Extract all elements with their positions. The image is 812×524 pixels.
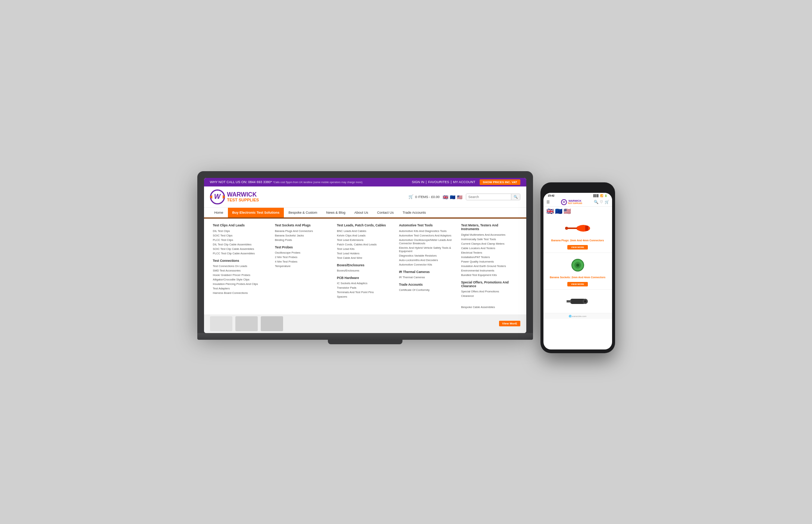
topbar-phone-note: *Calls cost 5ppm from UK landline (some …	[273, 181, 362, 183]
link-auto-locksmiths[interactable]: Auto-Locksmiths And Decoders	[399, 258, 455, 262]
link-installation-pat[interactable]: Installation/PAT Testers	[461, 255, 517, 259]
link-temperature[interactable]: Temperature	[275, 264, 331, 268]
link-test-connections-on-leads[interactable]: Test Connections On Leads	[213, 264, 269, 268]
link-soic-cable-assemblies[interactable]: SOIC Test Clip Cable Assemblies	[213, 247, 269, 251]
link-certificate-conformity[interactable]: Certificate Of Conformity	[399, 288, 455, 292]
view-more-button[interactable]: VIew MorE	[499, 321, 520, 326]
link-soic-test-clips[interactable]: SOIC Test Clips	[213, 234, 269, 237]
nav-about[interactable]: About Us	[350, 208, 373, 217]
link-transistor-pads[interactable]: Transistor Pads	[337, 286, 393, 289]
phone-view-more-2[interactable]: VIEW MORE	[567, 282, 588, 286]
wifi-icon: 📶	[600, 194, 603, 197]
link-kelvin-clips[interactable]: Kelvin Clips And Leads	[337, 234, 393, 237]
favourites-link[interactable]: FAVOURITES	[428, 180, 449, 184]
link-test-lead-kits[interactable]: Test Lead Kits	[337, 247, 393, 251]
link-banana-sockets[interactable]: Banana Sockets/ Jacks	[275, 234, 331, 237]
link-ic-sockets[interactable]: IC Sockets And Adaptics	[337, 282, 393, 285]
hamburger-icon[interactable]: ☰	[546, 200, 550, 204]
phone-product-1: Banana Plugs: 2mm And 4mm Connectors VIE…	[543, 216, 612, 253]
link-insulation-piercing[interactable]: Insulation Piercing Probes And Clips	[213, 282, 269, 286]
uk-flag[interactable]: 🇬🇧	[443, 195, 449, 199]
link-4mm-probes[interactable]: 4 Mm Test Probes	[275, 260, 331, 263]
link-smd-test-accessories[interactable]: SMD Test Accessories	[213, 269, 269, 272]
link-dil-cable-assemblies[interactable]: DIL Test Clip Cable Assemblies	[213, 243, 269, 246]
link-spacers[interactable]: Spacers	[337, 295, 393, 298]
link-intrinsically-safe[interactable]: Instrinsically Safe Test Tools	[461, 238, 517, 241]
link-hook-grabber[interactable]: Hook/ Grabber/ Pincer Probes	[213, 273, 269, 277]
link-auto-oscilloscope[interactable]: Automotive Oscilloscope/Meter Leads And …	[399, 238, 455, 245]
phone-uk-flag[interactable]: 🇬🇧	[546, 208, 554, 215]
nav-home[interactable]: Home	[210, 208, 228, 217]
link-patch-cords[interactable]: Patch Cords, Cables And Leads	[337, 243, 393, 246]
site-logo[interactable]: W WARWICK TEST SUPPLIES	[210, 189, 259, 204]
link-electrical-testers[interactable]: Electrical Testers	[461, 251, 517, 254]
teaser-item-2	[235, 316, 258, 331]
eu-flag[interactable]: 🇪🇺	[450, 195, 456, 199]
phone-eu-flag[interactable]: 🇪🇺	[555, 208, 562, 215]
my-account-link[interactable]: MY ACCOUNT	[453, 180, 476, 184]
link-auto-connector-kits[interactable]: Automotive Connector Kits	[399, 263, 455, 266]
link-insulation-earth[interactable]: Insulation And Earth Ground Testers	[461, 264, 517, 268]
link-dil-test-clips[interactable]: DIL Test Clips	[213, 229, 269, 233]
search-box[interactable]: 🔍	[466, 194, 520, 200]
link-boxes-enclosures[interactable]: Boxes/Enclosures	[337, 269, 393, 272]
phone-heart-icon[interactable]: ♡	[600, 200, 603, 204]
link-binding-posts[interactable]: Binding Posts	[275, 238, 331, 242]
phone-logo[interactable]: W WARWICK TEST SUPPLIES	[561, 199, 582, 205]
link-digital-multimeters[interactable]: Digital Multimeters And Accessories	[461, 233, 517, 236]
link-environmental[interactable]: Environmental Instruments	[461, 269, 517, 272]
phone-site-header: ☰ W WARWICK TEST SUPPLIES	[543, 198, 612, 207]
link-oscilloscope-probes[interactable]: Oscilloscope Probes	[275, 251, 331, 254]
section-trade-accounts: Trade Accounts	[399, 283, 455, 286]
phone-view-more-1[interactable]: VIEW MORE	[567, 245, 588, 250]
link-alligator-clips[interactable]: Alligator/Crocodile Style Clips	[213, 278, 269, 281]
banana-plug-svg	[563, 219, 593, 238]
link-2mm-probes[interactable]: 2 Mm Test Probes	[275, 255, 331, 259]
link-plcc-test-clips[interactable]: PLCC Test Clips	[213, 238, 269, 242]
phone-logo-text: WARWICK TEST SUPPLIES	[568, 200, 582, 204]
link-clearance[interactable]: Clearance	[461, 294, 517, 298]
sign-in-link[interactable]: SIGN IN	[412, 180, 424, 184]
phone-us-flag[interactable]: 🇺🇸	[564, 208, 571, 215]
link-bnc-leads[interactable]: BNC Leads And Cables	[337, 229, 393, 233]
nav-contact[interactable]: Contact Us	[373, 208, 398, 217]
phone-status-bar: 15:42 ▌▌▌ 📶 🔋	[543, 193, 612, 198]
nav-bespoke[interactable]: Bespoke & Custom	[284, 208, 322, 217]
phone-status-icons: ▌▌▌ 📶 🔋	[594, 194, 608, 197]
link-cable-locators[interactable]: Cable Locators And Testers	[461, 247, 517, 250]
phone-product-1-title: Banana Plugs: 2mm And 4mm Connectors	[546, 239, 609, 242]
link-current-clamps[interactable]: Current Clamps And Clamp Meters	[461, 242, 517, 245]
search-button[interactable]: 🔍	[511, 194, 520, 200]
link-diagnostics-resistors[interactable]: Diagnostics Variable Resistors	[399, 254, 455, 257]
cart-area[interactable]: 🛒 0 ITEMS - £0.00	[408, 194, 440, 199]
link-special-offers[interactable]: Special Offers And Promotions	[461, 290, 517, 293]
link-bundled-equipment[interactable]: Bundled Test Equipment Kits	[461, 273, 517, 277]
nav-news[interactable]: News & Blog	[322, 208, 350, 217]
link-ir-cameras[interactable]: IR Thermal Cameras	[399, 276, 455, 279]
show-prices-btn[interactable]: SHOW PRICES INC. VAT	[480, 179, 520, 185]
us-flag[interactable]: 🇺🇸	[457, 195, 463, 199]
phone-cart-icon[interactable]: 🛒	[605, 200, 609, 204]
link-bespoke-cable[interactable]: Bespoke Cable Assemblies	[461, 305, 517, 309]
flag-area: 🇬🇧 🇪🇺 🇺🇸	[443, 195, 463, 199]
link-test-adapters[interactable]: Test Adapters	[213, 287, 269, 290]
search-input[interactable]	[466, 194, 511, 200]
link-harness-board[interactable]: Harness Board Connections	[213, 291, 269, 295]
svg-point-12	[584, 300, 586, 302]
link-power-quality[interactable]: Power Quality Insturments	[461, 260, 517, 263]
link-plcc-cable-assemblies[interactable]: PLCC Test Clip Cable Assemblies	[213, 252, 269, 255]
link-auto-connectors[interactable]: Automotive Test Connectors And Adaptors	[399, 234, 455, 237]
nav-trade[interactable]: Trade Accounts	[398, 208, 430, 217]
link-electric-hybrid[interactable]: Electric And Hybrid Vehicle Safety Tools…	[399, 246, 455, 253]
section-ir-cameras: IR Thermal Cameras	[399, 270, 455, 274]
link-test-lead-holders[interactable]: Test Lead Holders	[337, 252, 393, 255]
laptop-screen: WHY NOT CALL US ON: 0844 693 3380* *Call…	[204, 178, 526, 333]
phone-search-icon[interactable]: 🔍	[594, 200, 598, 204]
link-test-lead-extensions[interactable]: Test Lead Extensions	[337, 238, 393, 242]
phone-flags: 🇬🇧 🇪🇺 🇺🇸	[543, 207, 612, 216]
nav-buy[interactable]: Buy Electronic Test Solutions	[228, 208, 284, 217]
link-banana-plugs[interactable]: Banana Plugs And Connectors	[275, 229, 331, 233]
link-terminals-test-points[interactable]: Terminals And Test Point Pins	[337, 291, 393, 294]
link-test-cable-wire[interactable]: Test Cable And Wire	[337, 256, 393, 260]
link-auto-kits-diagnostics[interactable]: Automotive Kits And Diagnostics Tools	[399, 229, 455, 233]
